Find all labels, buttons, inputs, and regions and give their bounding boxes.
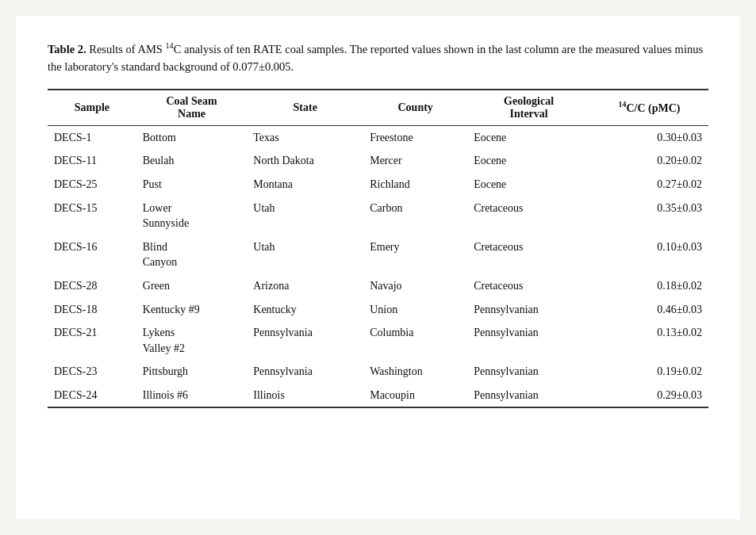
col-header-county: County [363, 90, 467, 126]
table-row: DECS-25 Pust Montana Richland Eocene 0.2… [48, 173, 708, 197]
cell-sample: DECS-21 [48, 321, 136, 360]
cell-coal-seam: Kentucky #9 [136, 298, 248, 322]
cell-coal-seam: Illinois #6 [136, 384, 248, 408]
cell-value: 0.46±0.03 [590, 298, 708, 322]
cell-value: 0.19±0.02 [590, 360, 708, 384]
cell-county: Carbon [363, 197, 467, 235]
table-caption: Table 2. Results of AMS 14C analysis of … [48, 40, 708, 76]
cell-geological: Cretaceous [467, 197, 590, 235]
cell-geological: Pennsylvanian [467, 360, 590, 384]
cell-sample: DECS-16 [48, 235, 136, 274]
cell-sample: DECS-15 [48, 197, 136, 235]
cell-state: Pennsylvania [247, 321, 363, 360]
cell-county: Emery [363, 235, 467, 274]
cell-county: Washington [363, 360, 467, 384]
table-row: DECS-23 Pittsburgh Pennsylvania Washingt… [48, 360, 708, 384]
cell-value: 0.10±0.03 [590, 235, 708, 274]
cell-county: Mercer [363, 149, 467, 173]
cell-county: Freestone [363, 125, 467, 149]
cell-sample: DECS-25 [48, 173, 136, 197]
table-row: DECS-15 LowerSunnyside Utah Carbon Creta… [48, 197, 708, 235]
table-row: DECS-11 Beulah North Dakota Mercer Eocen… [48, 149, 708, 173]
cell-sample: DECS-1 [48, 125, 136, 149]
cell-value: 0.27±0.02 [590, 173, 708, 197]
cell-county: Macoupin [363, 384, 467, 408]
cell-value: 0.30±0.03 [590, 125, 708, 149]
cell-state: Pennsylvania [247, 360, 363, 384]
cell-sample: DECS-23 [48, 360, 136, 384]
cell-county: Columbia [363, 321, 467, 360]
cell-geological: Eocene [467, 173, 590, 197]
data-table: Sample Coal SeamName State County Geolog… [48, 89, 708, 409]
table-row: DECS-18 Kentucky #9 Kentucky Union Penns… [48, 298, 708, 322]
cell-geological: Cretaceous [467, 235, 590, 274]
page-container: Table 2. Results of AMS 14C analysis of … [16, 16, 740, 519]
cell-value: 0.20±0.02 [590, 149, 708, 173]
col-header-coal-seam: Coal SeamName [136, 90, 248, 126]
col-header-value: 14C/C (pMC) [590, 90, 708, 126]
cell-coal-seam: BlindCanyon [136, 235, 248, 274]
cell-coal-seam: LowerSunnyside [136, 197, 248, 235]
cell-state: Kentucky [247, 298, 363, 322]
cell-state: Montana [247, 173, 363, 197]
cell-coal-seam: Pittsburgh [136, 360, 248, 384]
cell-geological: Pennsylvanian [467, 321, 590, 360]
table-row: DECS-21 LykensValley #2 Pennsylvania Col… [48, 321, 708, 360]
cell-value: 0.13±0.02 [590, 321, 708, 360]
cell-county: Union [363, 298, 467, 322]
cell-sample: DECS-11 [48, 149, 136, 173]
cell-geological: Pennsylvanian [467, 298, 590, 322]
cell-coal-seam: Beulah [136, 149, 248, 173]
cell-state: Utah [247, 197, 363, 235]
table-row: DECS-1 Bottom Texas Freestone Eocene 0.3… [48, 125, 708, 149]
caption-superscript: 14 [166, 41, 174, 50]
caption-text-1: Results of AMS [86, 43, 166, 55]
table-row: DECS-16 BlindCanyon Utah Emery Cretaceou… [48, 235, 708, 274]
cell-geological: Eocene [467, 125, 590, 149]
cell-state: Illinois [247, 384, 363, 408]
cell-value: 0.18±0.02 [590, 274, 708, 298]
cell-geological: Cretaceous [467, 274, 590, 298]
cell-value: 0.29±0.03 [590, 384, 708, 408]
cell-sample: DECS-24 [48, 384, 136, 408]
table-row: DECS-28 Green Arizona Navajo Cretaceous … [48, 274, 708, 298]
cell-state: North Dakota [247, 149, 363, 173]
cell-state: Texas [247, 125, 363, 149]
cell-coal-seam: Pust [136, 173, 248, 197]
col-header-geological: GeologicalInterval [467, 90, 590, 126]
cell-coal-seam: Bottom [136, 125, 248, 149]
header-row: Sample Coal SeamName State County Geolog… [48, 90, 708, 126]
cell-geological: Eocene [467, 149, 590, 173]
cell-sample: DECS-28 [48, 274, 136, 298]
col-header-sample: Sample [48, 90, 136, 126]
table-body: DECS-1 Bottom Texas Freestone Eocene 0.3… [48, 125, 708, 407]
col-header-state: State [247, 90, 363, 126]
cell-value: 0.35±0.03 [590, 197, 708, 235]
table-row: DECS-24 Illinois #6 Illinois Macoupin Pe… [48, 384, 708, 408]
cell-geological: Pennsylvanian [467, 384, 590, 408]
cell-sample: DECS-18 [48, 298, 136, 322]
cell-county: Richland [363, 173, 467, 197]
cell-state: Arizona [247, 274, 363, 298]
table-label: Table 2. [48, 43, 86, 55]
cell-coal-seam: LykensValley #2 [136, 321, 248, 360]
cell-state: Utah [247, 235, 363, 274]
cell-coal-seam: Green [136, 274, 248, 298]
cell-county: Navajo [363, 274, 467, 298]
